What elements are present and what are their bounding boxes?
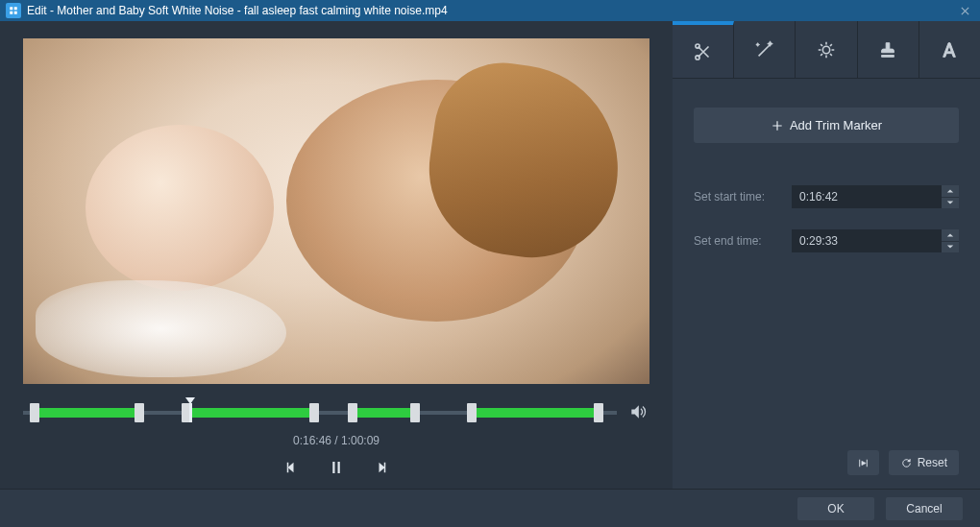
svg-point-2: [822, 46, 829, 53]
timeline-row: [23, 401, 649, 424]
reset-button[interactable]: Reset: [889, 450, 959, 475]
ok-button[interactable]: OK: [797, 497, 874, 520]
side-panel: Add Trim Marker Set start time: 0:16:42 …: [673, 21, 980, 489]
tab-effects[interactable]: [734, 21, 796, 78]
start-time-value[interactable]: 0:16:42: [792, 185, 942, 208]
plus-icon: [771, 119, 784, 132]
main-area: 0:16:46 / 1:00:09: [0, 21, 980, 489]
play-selection-button[interactable]: [847, 450, 879, 475]
dialog-footer: OK Cancel: [0, 489, 980, 527]
segment-start-handle[interactable]: [467, 403, 477, 422]
end-time-row: Set end time: 0:29:33: [694, 229, 959, 252]
timeline-segment[interactable]: [353, 408, 415, 418]
scissors-icon: [693, 41, 714, 62]
segment-end-handle[interactable]: [309, 403, 319, 422]
pause-button[interactable]: [328, 459, 345, 479]
timeline[interactable]: [23, 401, 617, 424]
end-time-label: Set end time:: [694, 234, 780, 248]
magic-wand-icon: [754, 39, 775, 60]
text-icon: [939, 39, 960, 60]
svg-point-0: [696, 43, 699, 47]
end-time-up[interactable]: [942, 229, 959, 242]
start-time-row: Set start time: 0:16:42: [694, 185, 959, 208]
video-preview[interactable]: [23, 38, 649, 384]
side-bottom-actions: Reset: [673, 450, 980, 489]
timeline-segment[interactable]: [35, 408, 138, 418]
tab-watermark[interactable]: [858, 21, 919, 78]
close-button[interactable]: [955, 1, 974, 20]
svg-point-1: [696, 55, 699, 59]
timeline-segment[interactable]: [472, 408, 600, 418]
brightness-icon: [816, 39, 837, 60]
segment-end-handle[interactable]: [594, 403, 603, 422]
segment-end-handle[interactable]: [135, 403, 144, 422]
segment-start-handle[interactable]: [348, 403, 357, 422]
start-time-spinner: 0:16:42: [792, 185, 959, 208]
end-time-spinner: 0:29:33: [792, 229, 959, 252]
add-trim-marker-button[interactable]: Add Trim Marker: [694, 108, 959, 143]
transport-controls: [23, 459, 649, 479]
prev-frame-button[interactable]: [283, 459, 301, 479]
start-time-up[interactable]: [942, 185, 959, 198]
tab-trim[interactable]: [673, 21, 734, 78]
reset-label: Reset: [918, 456, 947, 469]
start-time-down[interactable]: [942, 198, 959, 209]
segment-end-handle[interactable]: [410, 403, 420, 422]
playhead[interactable]: [189, 403, 192, 422]
end-time-value[interactable]: 0:29:33: [792, 229, 942, 252]
timeline-segment[interactable]: [186, 408, 314, 418]
play-bracket-icon: [857, 457, 870, 469]
start-time-label: Set start time:: [694, 190, 780, 204]
segment-start-handle[interactable]: [30, 403, 39, 422]
tool-tabs: [673, 21, 980, 79]
video-pane: 0:16:46 / 1:00:09: [0, 21, 673, 489]
tab-adjust[interactable]: [796, 21, 857, 78]
add-trim-marker-label: Add Trim Marker: [790, 118, 882, 132]
time-readout: 0:16:46 / 1:00:09: [23, 434, 649, 447]
volume-icon[interactable]: [628, 402, 649, 424]
end-time-down[interactable]: [942, 242, 959, 253]
window-title-filename: Mother and Baby Soft White Noise - fall …: [57, 4, 447, 17]
tab-text[interactable]: [919, 21, 980, 78]
stamp-icon: [877, 39, 898, 60]
trim-panel: Add Trim Marker Set start time: 0:16:42 …: [673, 79, 980, 262]
cancel-button[interactable]: Cancel: [886, 497, 963, 520]
reset-icon: [900, 457, 913, 469]
app-icon: [6, 3, 21, 18]
window-title-prefix: Edit: [27, 4, 47, 17]
window-titlebar: Edit - Mother and Baby Soft White Noise …: [0, 0, 980, 21]
next-frame-button[interactable]: [372, 459, 389, 479]
